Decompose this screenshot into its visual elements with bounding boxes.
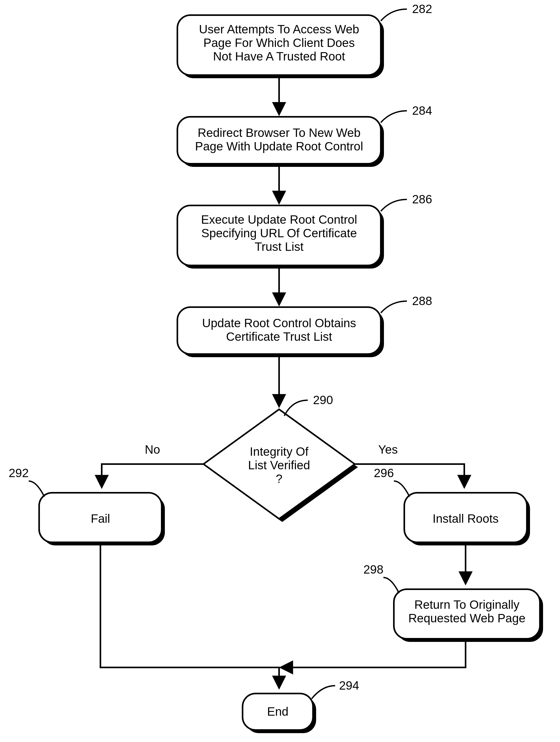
node-286-line1: Execute Update Root Control bbox=[201, 213, 357, 226]
node-284: Redirect Browser To New Web Page With Up… bbox=[177, 117, 384, 167]
node-284-line2: Page With Update Root Control bbox=[195, 140, 363, 153]
node-292: Fail bbox=[39, 493, 165, 545]
edge-292-294 bbox=[100, 545, 279, 688]
label-yes: Yes bbox=[378, 443, 398, 456]
node-288-line2: Certificate Trust List bbox=[226, 330, 332, 343]
ref-296: 296 bbox=[374, 466, 394, 480]
node-286-line2: Specifying URL Of Certificate bbox=[201, 226, 357, 240]
ref-292: 292 bbox=[9, 466, 29, 480]
edge-290-296 bbox=[355, 464, 464, 487]
ref-294: 294 bbox=[339, 679, 359, 692]
node-298-line2: Requested Web Page bbox=[408, 612, 525, 625]
node-290: Integrity Of List Verified ? bbox=[203, 409, 358, 522]
node-290-line1: Integrity Of bbox=[250, 445, 309, 458]
ref-288: 288 bbox=[412, 294, 432, 308]
node-298-line1: Return To Originally bbox=[414, 598, 519, 612]
node-290-line2: List Verified bbox=[248, 458, 310, 472]
ref-298: 298 bbox=[363, 563, 384, 576]
node-288-line1: Update Root Control Obtains bbox=[202, 316, 356, 330]
node-290-line3: ? bbox=[276, 472, 283, 485]
node-282-line3: Not Have A Trusted Root bbox=[213, 50, 345, 63]
node-286: Execute Update Root Control Specifying U… bbox=[177, 205, 384, 269]
node-294: End bbox=[243, 693, 316, 733]
node-294-line1: End bbox=[267, 705, 289, 718]
flowchart: User Attempts To Access Web Page For Whi… bbox=[0, 0, 560, 742]
node-282-line1: User Attempts To Access Web bbox=[199, 22, 359, 36]
node-292-line1: Fail bbox=[91, 512, 110, 525]
node-284-line1: Redirect Browser To New Web bbox=[198, 126, 361, 140]
node-296-line1: Install Roots bbox=[432, 512, 499, 525]
edge-290-292 bbox=[102, 464, 203, 487]
node-298: Return To Originally Requested Web Page bbox=[394, 589, 543, 642]
node-282: User Attempts To Access Web Page For Whi… bbox=[177, 15, 384, 78]
node-296: Install Roots bbox=[404, 493, 530, 545]
node-286-line3: Trust List bbox=[255, 240, 304, 253]
node-288: Update Root Control Obtains Certificate … bbox=[177, 307, 384, 357]
ref-286: 286 bbox=[412, 193, 432, 206]
ref-290: 290 bbox=[313, 393, 333, 407]
edge-298-294 bbox=[281, 642, 466, 668]
node-282-line2: Page For Which Client Does bbox=[203, 36, 355, 50]
ref-284: 284 bbox=[412, 104, 432, 117]
label-no: No bbox=[145, 443, 160, 456]
ref-282: 282 bbox=[412, 2, 432, 16]
